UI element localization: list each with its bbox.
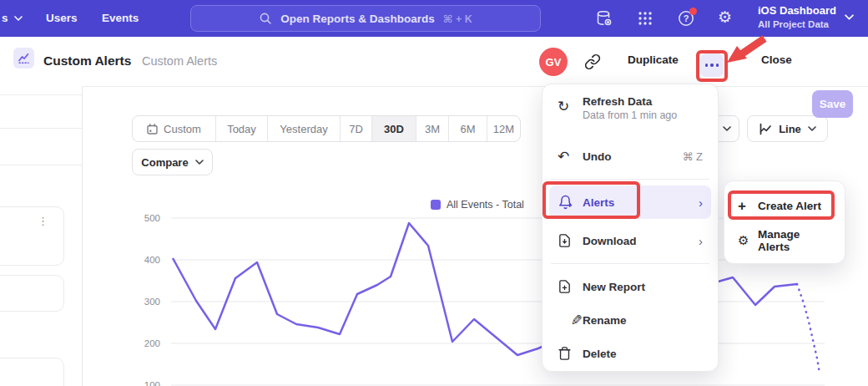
chevron-down-icon	[808, 126, 816, 131]
project-subtitle: All Project Data	[758, 18, 836, 31]
header-divider	[82, 86, 868, 87]
menu-item-refresh-data[interactable]: ↻ Refresh Data Data from 1 min ago	[549, 93, 711, 135]
chevron-right-icon: ›	[699, 234, 703, 248]
chevron-down-icon	[14, 16, 23, 21]
y-tick-label: 300	[144, 297, 160, 307]
duplicate-button[interactable]: Duplicate	[628, 53, 679, 66]
legend-item[interactable]: All Events - Total	[431, 199, 524, 211]
compare-label: Compare	[141, 156, 188, 169]
range-12m[interactable]: 12M	[487, 116, 520, 141]
calendar-icon	[147, 124, 158, 135]
undo-shortcut: ⌘ Z	[682, 150, 703, 163]
range-today[interactable]: Today	[216, 116, 268, 141]
range-6m[interactable]: 6M	[449, 116, 487, 141]
apps-grid-icon[interactable]	[636, 9, 654, 28]
notification-dot	[689, 8, 697, 15]
nav-item-clipped[interactable]: s	[2, 0, 23, 37]
menu-divider	[551, 263, 709, 264]
menu-divider	[551, 179, 709, 180]
chart-type-button[interactable]: Line	[747, 115, 828, 142]
alert-bell-icon	[558, 195, 583, 210]
menu-item-undo[interactable]: ↶ Undo ⌘ Z	[549, 140, 711, 173]
range-7d[interactable]: 7D	[341, 116, 372, 141]
top-navigation: s Users Events Open Reports & Dashboards…	[0, 0, 868, 37]
report-type-icon	[13, 48, 34, 69]
refresh-icon: ↻	[558, 98, 583, 115]
chevron-right-icon: ›	[699, 196, 703, 210]
range-30d[interactable]: 30D	[372, 116, 416, 141]
search-placeholder: Open Reports & Dashboards	[280, 13, 435, 25]
project-title: iOS Dashboard	[758, 3, 836, 18]
report-header: Custom Alerts Custom Alerts GV Duplicate…	[0, 37, 868, 87]
copy-link-icon[interactable]	[584, 53, 601, 70]
line-chart-icon	[759, 123, 772, 135]
range-custom[interactable]: Custom	[133, 116, 216, 141]
y-tick-label: 400	[144, 255, 160, 265]
y-tick-label: 500	[144, 213, 160, 223]
series-line-dotted	[797, 284, 820, 373]
menu-item-new-report[interactable]: New Report	[549, 270, 711, 303]
menu-item-alerts[interactable]: Alerts ›	[549, 185, 711, 219]
y-tick-label: 100	[144, 380, 160, 386]
download-icon	[558, 233, 583, 248]
help-icon[interactable]: ?	[677, 9, 695, 28]
chevron-down-icon	[195, 160, 204, 165]
menu-item-delete[interactable]: Delete	[549, 337, 711, 370]
chevron-down-icon	[845, 14, 854, 20]
search-shortcut: ⌘ + K	[443, 13, 472, 25]
kebab-menu-icon[interactable]: ⋮	[38, 216, 48, 226]
range-3m[interactable]: 3M	[416, 116, 449, 141]
save-button[interactable]: Save	[812, 90, 853, 118]
submenu-item-manage-alerts[interactable]: ⚙ Manage Alerts	[729, 223, 840, 257]
legend-swatch	[431, 200, 441, 210]
avatar[interactable]: GV	[539, 48, 568, 76]
data-settings-icon[interactable]	[595, 9, 613, 28]
chart-type-label: Line	[779, 123, 801, 135]
menu-item-rename[interactable]: ✎ Rename	[549, 303, 711, 337]
new-report-icon	[558, 279, 583, 294]
submenu-item-create-alert[interactable]: + Create Alert	[729, 189, 840, 223]
chevron-down-icon	[723, 126, 731, 131]
nav-item-users[interactable]: Users	[46, 0, 78, 37]
sidebar-row-divider	[0, 165, 82, 165]
close-button[interactable]: Close	[761, 53, 792, 66]
menu-item-download[interactable]: Download ›	[549, 224, 711, 257]
y-tick-label: 200	[144, 338, 160, 348]
svg-text:?: ?	[684, 13, 689, 23]
search-input[interactable]: Open Reports & Dashboards ⌘ + K	[190, 5, 541, 32]
more-options-menu: ↻ Refresh Data Data from 1 min ago ↶ Und…	[542, 84, 719, 372]
compare-button[interactable]: Compare	[132, 149, 213, 175]
settings-gear-icon[interactable]: ⚙	[718, 8, 736, 26]
gear-icon: ⚙	[738, 233, 758, 248]
breadcrumb: Custom Alerts	[142, 54, 217, 68]
sidebar-row-divider	[0, 128, 82, 129]
search-icon	[259, 12, 272, 25]
plus-icon: +	[738, 198, 758, 215]
undo-icon: ↶	[558, 148, 583, 165]
report-card[interactable]	[0, 358, 64, 386]
alerts-submenu: + Create Alert ⚙ Manage Alerts	[724, 180, 845, 264]
page-title: Custom Alerts	[43, 53, 131, 69]
pencil-icon: ✎	[558, 312, 583, 329]
project-switcher[interactable]: iOS Dashboard All Project Data	[758, 3, 836, 31]
more-options-button[interactable]	[700, 53, 724, 77]
trash-icon	[558, 346, 583, 361]
refresh-subtitle: Data from 1 min ago	[583, 109, 677, 121]
sidebar-divider	[82, 87, 83, 386]
nav-item-events[interactable]: Events	[102, 0, 139, 37]
report-card[interactable]: ⋮	[0, 206, 64, 266]
sidebar-row-divider	[0, 94, 82, 95]
date-range-selector: CustomTodayYesterday7D30D3M6M12M	[132, 115, 521, 142]
report-card[interactable]	[0, 275, 64, 312]
app-window: 500400300200100 All Events - Total ⋮ Cus…	[0, 0, 868, 386]
range-yesterday[interactable]: Yesterday	[268, 116, 341, 141]
legend-label: All Events - Total	[447, 199, 524, 211]
